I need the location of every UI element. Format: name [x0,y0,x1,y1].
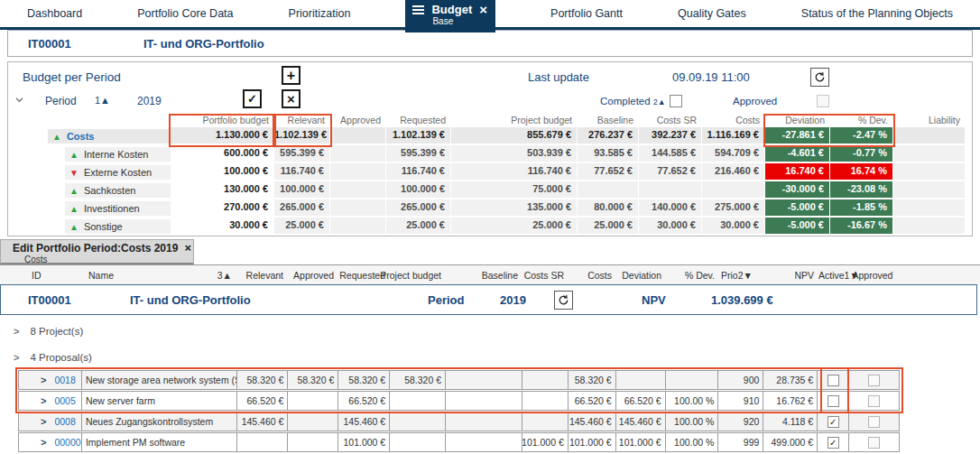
proposal-id-cell[interactable]: >0005 [19,392,82,410]
group-projects[interactable]: > 8 Project(s) [0,322,980,339]
edit-column-header[interactable]: Prio 2▼ [719,270,764,281]
budget-cell [639,181,702,199]
active-checkbox[interactable] [827,375,839,386]
proposal-cell: 101.000 € [569,433,616,451]
budget-cell [330,181,386,199]
close-tab-icon[interactable]: × [184,243,191,254]
sort-indicator[interactable]: 2▼ [738,270,753,281]
edit-column-header[interactable]: Baseline [446,270,522,281]
proposal-id-link[interactable]: 0005 [54,395,75,406]
budget-cell [578,181,639,199]
chevron-right-icon[interactable]: > [14,326,19,337]
proposal-id-link[interactable]: 0008 [54,416,75,427]
edit-column-header[interactable]: ID [18,270,81,281]
active-checkbox[interactable]: ✓ [827,437,839,449]
active-cell [818,371,849,389]
close-tab-icon[interactable]: × [479,5,487,15]
budget-cell: -2.47 % [830,127,893,145]
budget-row-label[interactable]: ▲Investitionen [65,201,171,216]
budget-cell [893,181,966,199]
budget-cell: -16.67 % [830,218,893,236]
approved-checkbox[interactable] [868,416,880,428]
edit-column-header[interactable]: Name 3▲ [81,270,236,281]
edit-column-header[interactable]: Relevant [236,270,288,281]
edit-column-header[interactable]: Deviation [616,270,666,281]
chevron-right-icon[interactable]: > [41,375,46,385]
edit-column-header[interactable]: Costs [569,270,616,281]
refresh-button[interactable] [554,291,573,310]
chevron-right-icon[interactable]: > [41,437,46,448]
active-cell: ✓ [818,433,849,451]
budget-cell: 25.000 € [451,218,578,236]
edit-column-header[interactable]: Active 1▼ [818,270,850,281]
proposal-id-cell[interactable]: >0008 [19,412,82,431]
completed-checkbox[interactable] [670,95,682,107]
proposal-row: >0008Neues Zugangskontrollsystem145.460 … [18,412,900,431]
budget-cell: 1.130.000 € [171,127,274,145]
edit-column-header[interactable]: Approved [288,270,338,281]
budget-cell [330,199,386,218]
trend-up-icon: ▲ [69,204,79,214]
approved-checkbox[interactable] [868,375,880,386]
hamburger-icon[interactable] [412,4,424,16]
proposal-id-cell[interactable]: >0018 [19,371,82,389]
approved-checkbox[interactable] [817,95,829,107]
cancel-button[interactable]: × [282,89,300,108]
tab-status-planning-objects[interactable]: Status of the Planning Objects [801,7,953,20]
budget-cell: 30.000 € [702,218,765,236]
edit-period-tab[interactable]: Edit Portfolio Period:Costs 2019 × Costs [0,239,194,264]
tab-prioritization[interactable]: Prioritization [289,7,351,20]
tab-portfolio-core-data[interactable]: Portfolio Core Data [137,7,233,20]
group-proposals[interactable]: > 4 Proposal(s) [0,348,980,366]
tab-dashboard[interactable]: Dashboard [27,7,82,20]
budget-cell: 216.460 € [702,163,765,181]
tab-budget-active[interactable]: Budget × Base [405,0,495,32]
budget-cell: 80.000 € [578,199,639,218]
portfolio-header: IT00001 IT- und ORG-Portfolio [7,30,973,57]
edit-summary-bar: IT00001 IT- und ORG-Portfolio Period 201… [0,284,977,315]
budget-row-label[interactable]: ▲Costs [48,129,171,144]
chevron-right-icon[interactable]: > [14,352,19,363]
budget-row-label[interactable]: ▼Externe Kosten [65,165,171,180]
proposal-cell: 58.320 € [288,371,338,389]
budget-row-label[interactable]: ▲Sachkosten [65,183,171,198]
budget-cell [893,218,966,236]
edit-column-header[interactable]: Costs SR [522,270,569,281]
approved-checkbox[interactable] [868,395,880,407]
proposal-name-cell: Implement PM software [82,433,237,451]
proposal-cell [288,412,338,431]
proposal-cell [390,392,446,410]
edit-column-header[interactable]: Project budget [390,270,446,281]
refresh-button[interactable] [810,68,829,87]
budget-cell: 855.679 € [451,127,578,145]
budget-row-label[interactable]: ▲Sonstige [65,219,171,234]
proposal-cell: 28.735 € [763,371,818,389]
active-checkbox[interactable] [827,395,839,407]
proposal-cell [288,392,338,410]
budget-cell: 16.74 % [830,163,893,181]
edit-column-header[interactable]: Approved [850,270,900,281]
budget-row-label[interactable]: ▲Interne Kosten [65,147,171,162]
approved-checkbox[interactable] [868,437,880,449]
tab-budget-subtitle: Base [432,16,487,26]
period-collapse-icon[interactable] [15,95,23,106]
add-period-button[interactable]: + [282,66,300,85]
proposal-cell: 100.00 % [666,433,719,451]
proposal-cell: 101.000 € [616,433,666,451]
edit-column-header[interactable]: % Dev. [666,270,719,281]
proposal-id-cell[interactable]: >000002 [19,433,82,451]
tab-portfolio-gantt[interactable]: Portfolio Gantt [550,7,623,20]
column-header: Baseline [578,115,639,127]
chevron-right-icon[interactable]: > [41,395,46,406]
active-checkbox[interactable]: ✓ [827,416,839,428]
chevron-right-icon[interactable]: > [41,416,46,427]
period-sort-indicator[interactable]: 1▲ [95,95,110,106]
tab-quality-gates[interactable]: Quality Gates [678,7,746,20]
edit-column-header[interactable]: NPV [764,270,818,281]
budget-cell: -5.000 € [765,218,830,236]
budget-row: ▲Investitionen270.000 €265.000 €265.000 … [8,199,966,218]
proposal-id-link[interactable]: 0018 [54,375,75,385]
sort-indicator[interactable]: 3▲ [217,270,232,281]
confirm-button[interactable]: ✓ [243,89,262,108]
proposal-id-link[interactable]: 000002 [54,437,81,448]
